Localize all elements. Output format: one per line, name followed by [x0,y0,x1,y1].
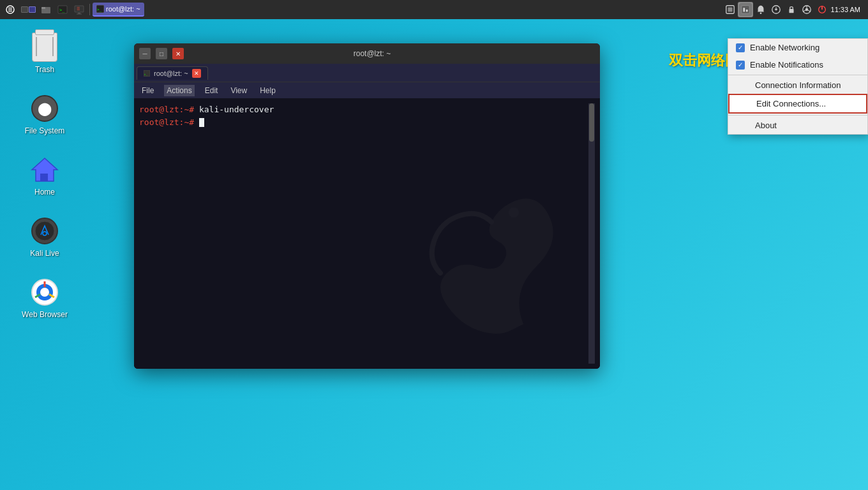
network-tray-icon[interactable] [739,3,752,16]
workspaces-icon[interactable] [19,2,37,17]
menu-view[interactable]: View [228,85,250,96]
terminal-menubar: File Actions Edit View Help [134,82,600,98]
menu-actions[interactable]: Actions [164,85,194,96]
terminal-outer-title: root@lzt: ~ [189,49,555,58]
svg-rect-10 [77,14,82,15]
context-enable-networking[interactable]: ✓ Enable Networking [728,39,867,56]
terminal-line-2: root@lzt:~# [139,116,583,129]
menu-edit[interactable]: Edit [202,85,221,96]
chrome-tray-icon[interactable] [800,3,813,16]
tab-title: root@lzt: ~ [154,70,188,77]
taskbar: >_ ☰ >_ root@lzt: ~ [0,0,868,19]
terminal-titlebar: ─ □ ✕ root@lzt: ~ [134,43,600,64]
network-icon-highlight [738,2,753,17]
context-about[interactable]: About [728,117,867,134]
screenshot-tray-icon[interactable] [724,3,737,16]
trash-label: Trash [35,65,54,74]
svg-point-41 [509,207,519,218]
taskbar-right: 11:33 AM [719,3,868,16]
terminal-line-1: root@lzt:~# kali-undercover [139,103,583,116]
svg-text:☰: ☰ [77,6,80,11]
taskbar-left: >_ ☰ >_ root@lzt: ~ [0,2,147,17]
browser-label: Web Browser [22,310,68,319]
svg-point-19 [760,12,761,14]
file-manager-taskbar-icon[interactable] [38,2,54,17]
kali-live-label: Kali Live [30,249,59,258]
about-label: About [755,121,777,130]
svg-point-23 [805,8,807,11]
svg-rect-9 [78,13,80,14]
context-connection-info[interactable]: Connection Information [728,77,867,94]
notification-tray-icon[interactable] [754,3,767,16]
browser-graphic [29,277,60,308]
filesystem-label: File System [25,126,65,135]
prompt-1: root@lzt:~# [139,105,194,114]
context-menu: ✓ Enable Networking ✓ Enable Notificatio… [728,38,868,135]
kali-menu-icon[interactable] [3,2,18,17]
svg-rect-5 [41,7,45,9]
terminal-inner: >_ root@lzt: ~ ✕ File Actions Edit View … [134,64,600,369]
filesystem-icon[interactable]: ⬤ File System [19,93,70,135]
menu-separator-2 [728,115,867,115]
maximize-button[interactable]: □ [156,48,167,59]
power-tray-icon[interactable] [816,3,828,16]
svg-rect-15 [728,7,732,11]
terminal-taskbar-icon[interactable]: >_ [55,2,70,17]
update-tray-icon[interactable] [770,3,782,16]
kali-live-graphic [29,216,60,246]
trash-graphic [29,32,60,63]
prompt-2: root@lzt:~# [139,117,194,127]
svg-line-25 [807,10,809,11]
scrollbar-thumb[interactable] [589,103,594,142]
enable-notifications-checkbox: ✓ [736,61,745,70]
svg-rect-30 [40,174,48,181]
connection-info-label: Connection Information [755,80,841,90]
dragon-watermark [396,165,587,356]
svg-text:>_: >_ [144,72,148,75]
taskbar-separator [89,4,90,15]
clock: 11:33 AM [831,6,860,13]
terminal-tab-bar: >_ root@lzt: ~ ✕ [134,64,600,82]
svg-text:>_: >_ [59,8,65,13]
menu-file[interactable]: File [139,85,156,96]
home-icon[interactable]: Home [19,154,70,197]
trash-icon[interactable]: Trash [19,32,70,74]
menu-help[interactable]: Help [257,85,278,96]
terminal-tab[interactable]: >_ root@lzt: ~ ✕ [137,66,208,80]
tab-close-button[interactable]: ✕ [192,69,201,78]
edit-connections-label: Edit Connections... [756,99,826,108]
home-graphic [29,154,60,185]
desktop: Trash ⬤ File System Home [0,19,868,490]
context-edit-connections[interactable]: Edit Connections... [728,94,867,114]
enable-networking-checkbox: ✓ [736,43,745,52]
display-taskbar-icon[interactable]: ☰ [71,2,87,17]
menu-separator-1 [728,75,867,75]
lock-tray-icon[interactable] [785,3,798,16]
terminal-content: root@lzt:~# kali-undercover root@lzt:~# [134,98,600,369]
terminal-active-button[interactable]: >_ root@lzt: ~ [93,3,144,17]
terminal-window: ─ □ ✕ root@lzt: ~ >_ root@lzt: ~ ✕ File … [134,43,600,369]
minimize-button[interactable]: ─ [139,48,151,59]
enable-networking-label: Enable Networking [750,43,819,52]
context-enable-notifications[interactable]: ✓ Enable Notifications [728,56,867,73]
desktop-icons: Trash ⬤ File System Home [19,32,70,319]
svg-point-31 [35,221,54,241]
terminal-scrollbar[interactable] [588,103,595,364]
terminal-active-label: root@lzt: ~ [106,5,140,13]
svg-point-35 [42,290,47,295]
svg-text:>_: >_ [97,7,102,12]
home-label: Home [34,188,55,197]
filesystem-graphic: ⬤ [29,93,60,124]
cursor [199,118,204,127]
close-button[interactable]: ✕ [172,48,184,59]
svg-line-26 [803,10,805,11]
enable-notifications-label: Enable Notifications [750,60,823,70]
command-1: kali-undercover [199,105,274,114]
svg-rect-21 [789,9,793,13]
kali-live-icon[interactable]: Kali Live [19,216,70,258]
browser-icon[interactable]: Web Browser [19,277,70,319]
